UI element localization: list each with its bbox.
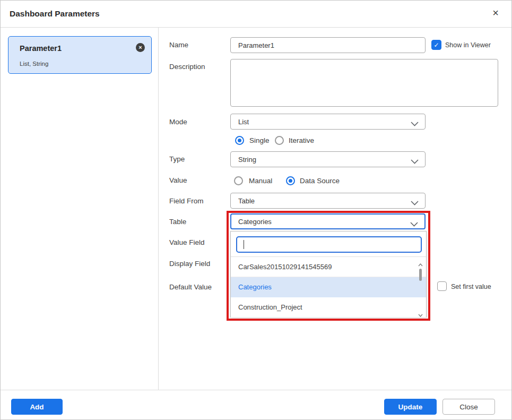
parameter-card-subtitle: List, String xyxy=(20,61,48,67)
parameter-card-title: Parameter1 xyxy=(20,44,62,53)
type-label: Type xyxy=(169,155,185,163)
mode-label: Mode xyxy=(169,118,187,126)
dropdown-item[interactable]: Categories xyxy=(231,277,426,297)
dropdown-search-wrap xyxy=(236,236,422,253)
close-button[interactable]: Close xyxy=(442,399,495,415)
mode-select-value: List xyxy=(238,118,249,126)
iterative-radio-label: Iterative xyxy=(289,136,314,144)
field-from-select-value: Table xyxy=(238,197,255,205)
field-from-select[interactable]: Table xyxy=(230,193,426,209)
data-source-radio-label: Data Source xyxy=(300,177,340,185)
chevron-down-icon xyxy=(411,158,419,166)
name-input-wrap xyxy=(230,37,426,53)
manual-radio[interactable] xyxy=(234,176,243,185)
close-icon[interactable]: × xyxy=(492,7,499,18)
set-first-value-label: Set first value xyxy=(451,283,491,290)
show-in-viewer-checkbox[interactable]: ✓ xyxy=(431,40,441,50)
mode-select[interactable]: List xyxy=(230,114,426,130)
data-source-radio[interactable] xyxy=(286,176,295,185)
add-button[interactable]: Add xyxy=(11,399,63,415)
dropdown-item[interactable]: CarSales20151029141545569 xyxy=(231,257,426,277)
chevron-down-icon xyxy=(411,199,419,207)
dropdown-search-input[interactable] xyxy=(244,241,414,248)
type-select-value: String xyxy=(238,156,256,164)
value-field-label: Value Field xyxy=(169,238,205,246)
scroll-up-icon[interactable] xyxy=(416,259,424,265)
dropdown-item[interactable]: Construction_Project xyxy=(231,297,426,318)
description-textarea[interactable] xyxy=(230,59,498,107)
field-from-label: Field From xyxy=(169,197,204,205)
chevron-down-icon xyxy=(410,220,418,228)
manual-radio-label: Manual xyxy=(249,177,272,185)
table-select[interactable]: Categories xyxy=(230,213,426,229)
table-label: Table xyxy=(169,218,186,226)
chevron-down-icon xyxy=(411,120,419,128)
remove-parameter-icon[interactable]: × xyxy=(136,43,145,52)
description-label: Description xyxy=(169,63,205,71)
scrollbar-thumb[interactable] xyxy=(419,269,422,281)
single-radio-label: Single xyxy=(249,136,270,144)
table-dropdown-popup: CarSales20151029141545569 Categories Con… xyxy=(230,231,427,318)
iterative-radio[interactable] xyxy=(275,136,284,145)
dashboard-parameters-dialog: Dashboard Parameters × Parameter1 List, … xyxy=(0,0,512,420)
vertical-divider xyxy=(158,28,159,390)
value-label: Value xyxy=(169,176,187,184)
name-label: Name xyxy=(169,41,188,49)
display-field-label: Display Field xyxy=(169,260,210,268)
set-first-value-checkbox[interactable] xyxy=(437,281,447,291)
default-value-label: Default Value xyxy=(169,283,212,291)
footer: Add Update Close xyxy=(1,390,511,420)
type-select[interactable]: String xyxy=(230,151,426,167)
single-radio[interactable] xyxy=(235,136,244,145)
titlebar: Dashboard Parameters × xyxy=(1,1,511,28)
update-button[interactable]: Update xyxy=(384,399,437,415)
scroll-down-icon[interactable] xyxy=(416,310,424,316)
dialog-title: Dashboard Parameters xyxy=(10,9,100,19)
show-in-viewer-label: Show in Viewer xyxy=(445,41,491,49)
table-select-value: Categories xyxy=(238,218,272,226)
name-input[interactable] xyxy=(238,38,418,53)
parameter-card[interactable]: Parameter1 List, String × xyxy=(8,36,152,74)
